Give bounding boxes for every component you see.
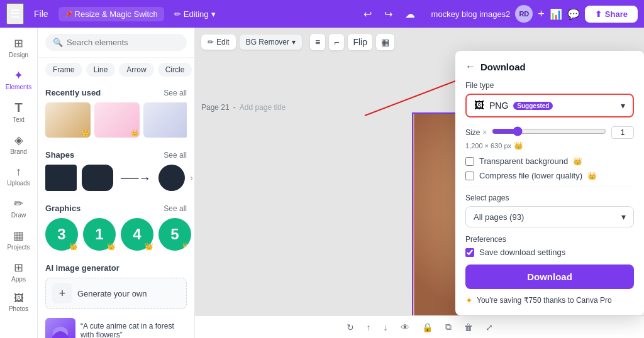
sidebar-item-text[interactable]: T Text bbox=[3, 97, 35, 127]
align-center-button[interactable]: ≡ bbox=[310, 34, 325, 50]
sidebar-item-brand[interactable]: ◈ Brand bbox=[3, 129, 35, 159]
compress-file-label: Compress file (lower quality) bbox=[479, 171, 582, 180]
sidebar-item-photos[interactable]: 🖼 Photos bbox=[3, 289, 35, 316]
pages-select[interactable]: All pages (93) ▾ bbox=[465, 206, 634, 227]
compress-crown-icon: 👑 bbox=[587, 172, 597, 180]
recently-used-item[interactable]: 👑 bbox=[94, 102, 140, 138]
crop-button[interactable]: ⌐ bbox=[329, 34, 344, 50]
edit-button[interactable]: ✏ Edit bbox=[201, 35, 236, 50]
file-type-select[interactable]: 🖼 PNG Suggested ▾ bbox=[465, 94, 634, 117]
graphic-item-5[interactable]: 5 👑 bbox=[158, 218, 191, 251]
pages-chevron-icon: ▾ bbox=[621, 212, 626, 222]
brand-icon: ◈ bbox=[14, 133, 23, 147]
recently-used-item[interactable] bbox=[143, 102, 187, 138]
undo-button[interactable]: ↩ bbox=[360, 6, 375, 23]
recently-used-item[interactable]: 👑 bbox=[45, 102, 91, 138]
lock-button[interactable]: 🔒 bbox=[418, 320, 436, 335]
analytics-button[interactable]: 📊 bbox=[550, 8, 562, 20]
resize-magic-switch-button[interactable]: 📌 Resize & Magic Switch bbox=[58, 7, 164, 21]
quick-tags: Frame Line Arrow Circle Logo › bbox=[38, 58, 194, 82]
size-input[interactable]: 1 bbox=[611, 126, 634, 139]
share-button[interactable]: ⬆ Share bbox=[585, 6, 638, 23]
sidebar-item-projects[interactable]: ▦ Projects bbox=[3, 225, 35, 254]
canvas-toolbar: ✏ Edit BG Remover ▾ ≡ ⌐ Flip ▦ bbox=[201, 34, 638, 50]
arrow-up-button[interactable]: ↑ bbox=[363, 320, 375, 335]
canvas-area: ✏ Edit BG Remover ▾ ≡ ⌐ Flip ▦ Page 21 -… bbox=[195, 28, 644, 338]
search-input-wrapper[interactable]: 🔍 bbox=[45, 34, 187, 51]
redo-button[interactable]: ↪ bbox=[380, 6, 396, 23]
transparent-bg-checkbox[interactable] bbox=[465, 157, 474, 166]
save-settings-checkbox[interactable] bbox=[465, 248, 474, 257]
avatar[interactable]: RD bbox=[515, 5, 533, 23]
projects-icon: ▦ bbox=[13, 229, 24, 243]
file-button[interactable]: File bbox=[29, 6, 53, 21]
more-options-button[interactable]: ⤢ bbox=[482, 320, 497, 335]
search-input[interactable] bbox=[67, 38, 179, 47]
divider-1 bbox=[465, 187, 634, 187]
editing-button[interactable]: ✏ Editing ▾ bbox=[169, 7, 221, 21]
sidebar-item-draw[interactable]: ✏ Draw bbox=[3, 193, 35, 222]
star-icon: ✦ bbox=[465, 295, 473, 305]
compress-file-checkbox[interactable] bbox=[465, 172, 474, 180]
draw-icon: ✏ bbox=[14, 197, 23, 210]
tag-frame[interactable]: Frame bbox=[45, 63, 82, 77]
sidebar-item-elements[interactable]: ✦ Elements bbox=[3, 65, 35, 94]
shape-line-arrow[interactable]: ──→ bbox=[118, 171, 153, 185]
graphics-see-all[interactable]: See all bbox=[164, 204, 187, 213]
download-panel-header: ← Download bbox=[465, 61, 634, 72]
ai-example-item[interactable]: “A cute anime cat in a forest with flowe… bbox=[45, 314, 187, 338]
compress-file-row: Compress file (lower quality) 👑 bbox=[465, 171, 634, 180]
ai-example-text: “A cute anime cat in a forest with flowe… bbox=[80, 322, 187, 338]
ai-generate-plus-icon: + bbox=[52, 283, 72, 303]
shape-rounded-rectangle[interactable] bbox=[82, 165, 113, 191]
flip-button[interactable]: Flip bbox=[348, 34, 372, 50]
size-clear-button[interactable]: × bbox=[482, 128, 487, 137]
graphic-item-1[interactable]: 1 👑 bbox=[83, 218, 116, 251]
png-icon: 🖼 bbox=[474, 100, 484, 111]
recently-used-see-all[interactable]: See all bbox=[164, 89, 187, 97]
shape-rectangle[interactable] bbox=[45, 165, 77, 191]
checkerboard-button[interactable]: ▦ bbox=[376, 34, 394, 50]
menu-icon[interactable]: ☰ bbox=[6, 3, 24, 25]
arrow-down-button[interactable]: ↓ bbox=[380, 320, 392, 335]
crown-icon: 👑 bbox=[82, 129, 89, 136]
graphic-number: 5 bbox=[170, 226, 179, 243]
crown-icon: 👑 bbox=[69, 243, 78, 251]
transparent-bg-label: Transparent background bbox=[479, 156, 568, 166]
elements-panel: 🔍 Frame Line Arrow Circle Logo › Recentl… bbox=[38, 28, 195, 338]
sidebar-item-uploads[interactable]: ↑ Uploads bbox=[3, 161, 35, 190]
bg-remover-button[interactable]: BG Remover ▾ bbox=[240, 35, 302, 50]
shapes-next-icon[interactable]: › bbox=[190, 173, 193, 183]
sidebar-item-apps[interactable]: ⊞ Apps bbox=[3, 257, 35, 286]
eye-button[interactable]: 👁 bbox=[397, 320, 413, 335]
size-slider[interactable] bbox=[492, 126, 606, 136]
sidebar-item-design[interactable]: ⊞ Design bbox=[3, 33, 35, 62]
graphic-item-3[interactable]: 3 👑 bbox=[45, 218, 78, 251]
copy-button[interactable]: ⧉ bbox=[441, 319, 455, 335]
download-button[interactable]: Download bbox=[465, 264, 634, 289]
ai-generate-button[interactable]: + Generate your own bbox=[45, 278, 187, 309]
tag-circle[interactable]: Circle bbox=[158, 63, 192, 77]
tag-arrow[interactable]: Arrow bbox=[119, 63, 153, 77]
crown-pro-icon: 👑 bbox=[514, 141, 523, 150]
comments-button[interactable]: 💬 bbox=[567, 8, 580, 20]
crown-icon: 👑 bbox=[107, 243, 116, 251]
refresh-button[interactable]: ↻ bbox=[343, 320, 358, 335]
graphic-item-4[interactable]: 4 👑 bbox=[121, 218, 153, 251]
cloud-icon[interactable]: ☁ bbox=[401, 6, 419, 23]
add-page-title-button[interactable]: Add page title bbox=[240, 103, 286, 112]
save-settings-row: Save download settings bbox=[465, 248, 634, 257]
download-back-button[interactable]: ← bbox=[465, 61, 475, 72]
download-panel-title: Download bbox=[480, 62, 526, 72]
trash-button[interactable]: 🗑 bbox=[460, 320, 477, 335]
shapes-see-all[interactable]: See all bbox=[164, 151, 187, 160]
tag-line[interactable]: Line bbox=[86, 63, 116, 77]
graphic-number: 4 bbox=[133, 226, 141, 243]
shape-circle[interactable] bbox=[158, 165, 185, 191]
add-collaborator-button[interactable]: + bbox=[538, 8, 545, 21]
graphics-title: Graphics bbox=[45, 204, 80, 213]
file-type-value: PNG bbox=[489, 101, 508, 111]
shapes-header: Shapes See all bbox=[45, 150, 187, 160]
pages-value: All pages (93) bbox=[474, 212, 524, 222]
shapes-section: Shapes See all ──→ › bbox=[38, 144, 194, 197]
